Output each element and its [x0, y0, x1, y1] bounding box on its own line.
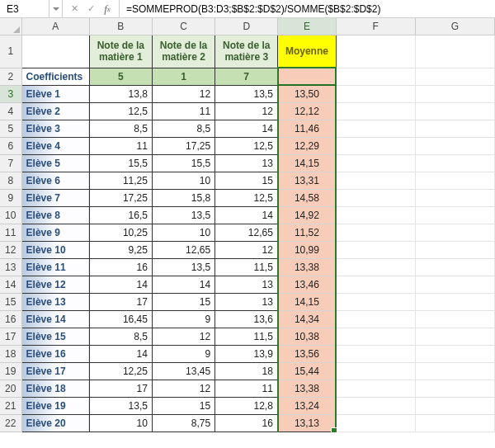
coef-B[interactable]: 5	[89, 68, 152, 85]
cell-G7[interactable]	[415, 154, 494, 172]
row-header-2[interactable]: 2	[0, 68, 21, 85]
cell-G3[interactable]	[415, 85, 494, 102]
student-label[interactable]: Elève 7	[21, 189, 89, 206]
cell-F5[interactable]	[336, 120, 415, 137]
student-label[interactable]: Elève 15	[21, 328, 89, 345]
cell-E14[interactable]: 13,46	[278, 276, 336, 293]
student-label[interactable]: Elève 18	[21, 380, 89, 397]
student-label[interactable]: Elève 8	[21, 206, 89, 224]
cell-B6[interactable]: 11	[89, 137, 152, 154]
cell-F8[interactable]	[336, 172, 415, 189]
coef-D[interactable]: 7	[215, 68, 278, 85]
cell-G21[interactable]	[415, 397, 494, 414]
cell-B3[interactable]: 13,8	[89, 85, 152, 102]
row-header-12[interactable]: 12	[0, 241, 21, 258]
cell-B13[interactable]: 16	[89, 258, 152, 276]
row-header-19[interactable]: 19	[0, 362, 21, 380]
cell-F21[interactable]	[336, 397, 415, 414]
cell-E22[interactable]: 13,13	[278, 414, 336, 431]
cell-B7[interactable]: 15,5	[89, 154, 152, 172]
cell-G16[interactable]	[415, 310, 494, 328]
row-header-15[interactable]: 15	[0, 293, 21, 310]
name-box[interactable]	[0, 0, 50, 17]
student-label[interactable]: Elève 9	[21, 224, 89, 241]
cell-G13[interactable]	[415, 258, 494, 276]
row-header-10[interactable]: 10	[0, 206, 21, 224]
student-label[interactable]: Elève 4	[21, 137, 89, 154]
cell-B9[interactable]: 17,25	[89, 189, 152, 206]
cell-E17[interactable]: 10,38	[278, 328, 336, 345]
row-header-8[interactable]: 8	[0, 172, 21, 189]
cell-D20[interactable]: 11	[215, 380, 278, 397]
coefficients-label[interactable]: Coefficients	[21, 68, 89, 85]
cell-B5[interactable]: 8,5	[89, 120, 152, 137]
cell-G18[interactable]	[415, 345, 494, 362]
cell-D10[interactable]: 14	[215, 206, 278, 224]
cell-E18[interactable]: 13,56	[278, 345, 336, 362]
cell-E7[interactable]: 14,15	[278, 154, 336, 172]
cell-D3[interactable]: 13,5	[215, 85, 278, 102]
cell-F9[interactable]	[336, 189, 415, 206]
col-header-E[interactable]: E	[278, 18, 336, 35]
cell-F20[interactable]	[336, 380, 415, 397]
row-header-3[interactable]: 3	[0, 85, 21, 102]
formula-input-wrap[interactable]	[120, 0, 495, 17]
cell-G6[interactable]	[415, 137, 494, 154]
cell-C13[interactable]: 13,5	[152, 258, 214, 276]
row-header-6[interactable]: 6	[0, 137, 21, 154]
cell-E8[interactable]: 13,31	[278, 172, 336, 189]
cell-C14[interactable]: 14	[152, 276, 214, 293]
name-box-input[interactable]	[5, 2, 44, 16]
row-header-20[interactable]: 20	[0, 380, 21, 397]
cancel-icon[interactable]: ✕	[66, 1, 82, 17]
row-header-22[interactable]: 22	[0, 414, 21, 431]
cell-C21[interactable]: 15	[152, 397, 214, 414]
cell-G15[interactable]	[415, 293, 494, 310]
cell-F18[interactable]	[336, 345, 415, 362]
cell-G12[interactable]	[415, 241, 494, 258]
cell-F7[interactable]	[336, 154, 415, 172]
cell-F14[interactable]	[336, 276, 415, 293]
cell-B4[interactable]: 12,5	[89, 102, 152, 120]
cell-F22[interactable]	[336, 414, 415, 431]
student-label[interactable]: Elève 10	[21, 241, 89, 258]
header-D[interactable]: Note de la matière 3	[215, 35, 278, 68]
student-label[interactable]: Elève 14	[21, 310, 89, 328]
col-header-D[interactable]: D	[215, 18, 278, 35]
cell-C10[interactable]: 13,5	[152, 206, 214, 224]
row-header-17[interactable]: 17	[0, 328, 21, 345]
cell-C16[interactable]: 9	[152, 310, 214, 328]
cell-B16[interactable]: 16,45	[89, 310, 152, 328]
cell-D14[interactable]: 13	[215, 276, 278, 293]
row-header-1[interactable]: 1	[0, 35, 21, 68]
student-label[interactable]: Elève 1	[21, 85, 89, 102]
cell-F3[interactable]	[336, 85, 415, 102]
cell-D17[interactable]: 11,5	[215, 328, 278, 345]
cell-C18[interactable]: 9	[152, 345, 214, 362]
cell-E16[interactable]: 14,34	[278, 310, 336, 328]
coef-C[interactable]: 1	[152, 68, 214, 85]
header-B[interactable]: Note de la matière 1	[89, 35, 152, 68]
spreadsheet-grid[interactable]: A B C D E F G 1Note de la matière 1Note …	[0, 18, 495, 432]
row-header-13[interactable]: 13	[0, 258, 21, 276]
cell-D21[interactable]: 12,8	[215, 397, 278, 414]
cell-C17[interactable]: 12	[152, 328, 214, 345]
cell-C11[interactable]: 10	[152, 224, 214, 241]
cell-E6[interactable]: 12,29	[278, 137, 336, 154]
cell-E21[interactable]: 13,24	[278, 397, 336, 414]
cell-C20[interactable]: 12	[152, 380, 214, 397]
cell-G14[interactable]	[415, 276, 494, 293]
cell-D9[interactable]: 12,5	[215, 189, 278, 206]
col-header-F[interactable]: F	[336, 18, 415, 35]
cell-G8[interactable]	[415, 172, 494, 189]
cell-E3[interactable]: 13,50	[278, 85, 336, 102]
cell-F16[interactable]	[336, 310, 415, 328]
fx-icon[interactable]: fx	[99, 1, 116, 17]
cell-F2[interactable]	[336, 68, 415, 85]
cell-B21[interactable]: 13,5	[89, 397, 152, 414]
cell-E11[interactable]: 11,52	[278, 224, 336, 241]
header-E[interactable]: Moyenne	[278, 35, 336, 68]
cell-F13[interactable]	[336, 258, 415, 276]
row-header-18[interactable]: 18	[0, 345, 21, 362]
cell-D16[interactable]: 13,6	[215, 310, 278, 328]
